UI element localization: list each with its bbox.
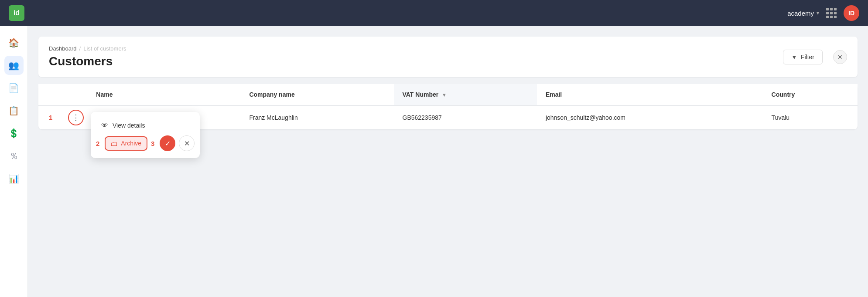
step-num-archive: 2 — [96, 140, 99, 147]
apps-grid-icon[interactable] — [826, 8, 837, 18]
cell-country: Tuvalu — [763, 105, 858, 129]
step-num-confirm: 3 — [151, 140, 154, 147]
filter-label: Filter — [801, 54, 814, 61]
archive-icon: 🗃 — [111, 140, 117, 147]
page-header-card: Dashboard / List of customers Customers … — [38, 37, 858, 77]
breadcrumb-dashboard[interactable]: Dashboard — [49, 45, 77, 52]
cell-company: Franz McLaughlin — [240, 105, 393, 129]
col-vat[interactable]: VAT Number ▼ — [394, 84, 537, 105]
main-layout: 🏠 👥 📄 📋 💲 ％ 📊 Dashboard / List of custom… — [0, 26, 868, 297]
table-header-row: Name Company name VAT Number ▼ Email Cou… — [38, 84, 858, 105]
topnav-right: academy ▾ ID — [787, 5, 859, 21]
workspace-name: academy — [787, 10, 814, 17]
row-num-1: 1 — [38, 105, 61, 129]
table-card: Name Company name VAT Number ▼ Email Cou… — [38, 84, 858, 129]
col-actions — [61, 84, 87, 105]
col-num — [38, 84, 61, 105]
breadcrumb-current: List of customers — [83, 45, 126, 52]
close-filter-button[interactable]: ✕ — [833, 50, 847, 64]
page-header-left: Dashboard / List of customers Customers — [49, 45, 126, 68]
filter-area: ▼ Filter ✕ — [783, 50, 847, 64]
row-actions-cell: ⋮ — [61, 105, 87, 129]
cell-vat: GB562235987 — [394, 105, 537, 129]
page-title: Customers — [49, 54, 126, 68]
view-details-label: View details — [113, 122, 145, 129]
archive-btn-wrapper: 🗃 Archive — [105, 136, 147, 151]
logo: id — [9, 5, 24, 21]
sidebar-item-customers[interactable]: 👥 — [4, 56, 24, 75]
sidebar-item-discount[interactable]: ％ — [4, 146, 24, 165]
filter-icon: ▼ — [791, 54, 797, 61]
eye-icon: 👁 — [101, 122, 108, 129]
workspace-switcher[interactable]: academy ▾ — [787, 10, 819, 17]
sidebar-item-reports[interactable]: 📊 — [4, 169, 24, 188]
sort-arrow-icon: ▼ — [442, 92, 447, 98]
sidebar-item-billing[interactable]: 💲 — [4, 124, 24, 143]
avatar[interactable]: ID — [844, 5, 859, 21]
col-country: Country — [763, 84, 858, 105]
confirm-archive-button[interactable]: ✓ — [160, 135, 175, 151]
sidebar-item-documents[interactable]: 📄 — [4, 78, 24, 98]
content: Dashboard / List of customers Customers … — [28, 26, 868, 297]
filter-button[interactable]: ▼ Filter — [783, 50, 823, 64]
cancel-archive-button[interactable]: ✕ — [179, 135, 195, 151]
sidebar-item-home[interactable]: 🏠 — [4, 33, 24, 52]
sidebar: 🏠 👥 📄 📋 💲 ％ 📊 — [0, 26, 28, 297]
cell-email: johnson_schultz@yahoo.com — [537, 105, 763, 129]
col-company: Company name — [240, 84, 393, 105]
archive-row-container: 2 🗃 Archive 3 ✓ ✕ — [96, 134, 195, 153]
view-details-menu-item[interactable]: 👁 View details — [96, 117, 195, 134]
row-actions-button[interactable]: ⋮ — [68, 110, 84, 125]
topnav: id academy ▾ ID — [0, 0, 868, 26]
breadcrumb-separator: / — [79, 45, 81, 52]
breadcrumb: Dashboard / List of customers — [49, 45, 126, 52]
chevron-down-icon: ▾ — [817, 10, 819, 16]
archive-label: Archive — [121, 140, 141, 147]
col-email: Email — [537, 84, 763, 105]
sidebar-item-orders[interactable]: 📋 — [4, 101, 24, 120]
context-menu: 👁 View details 2 🗃 Archive 3 ✓ ✕ — [91, 112, 200, 158]
col-name: Name — [87, 84, 240, 105]
